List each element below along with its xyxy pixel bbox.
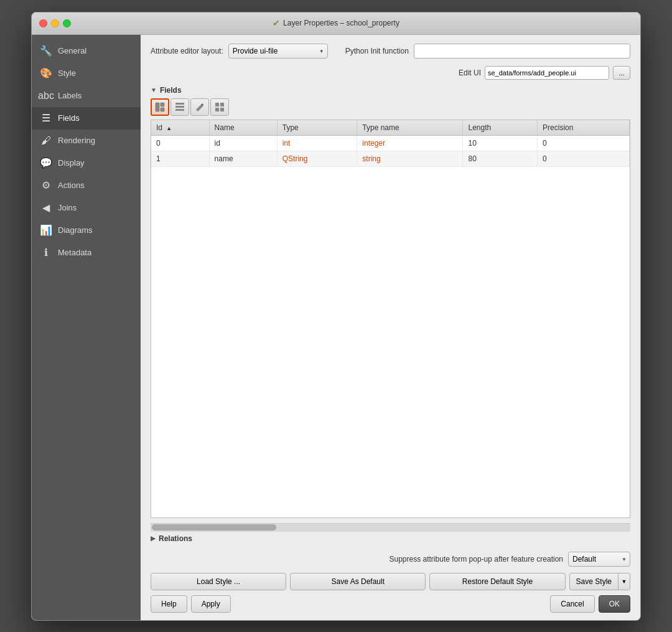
maximize-button[interactable]	[63, 19, 71, 27]
joins-icon: ◀	[39, 201, 53, 215]
save-style-button[interactable]: Save Style	[569, 573, 618, 590]
window-title: ✔ Layer Properties – school_property	[273, 18, 399, 28]
cell-id-1: 1	[151, 151, 209, 166]
cell-type-name-0: integer	[357, 135, 463, 151]
style-buttons: Load Style ... Save As Default Restore D…	[151, 573, 630, 590]
ok-button[interactable]: OK	[599, 595, 630, 613]
sidebar-item-fields[interactable]: ☰ Fields	[32, 107, 141, 130]
svg-rect-1	[161, 103, 164, 106]
general-icon: 🔧	[39, 44, 53, 58]
attribute-editor-select[interactable]: Provide ui-file Autogenerate Drag and dr…	[228, 44, 328, 59]
apply-button[interactable]: Apply	[191, 595, 231, 613]
attribute-editor-select-wrapper: Provide ui-file Autogenerate Drag and dr…	[228, 44, 328, 59]
sidebar-item-joins[interactable]: ◀ Joins	[32, 197, 141, 219]
col-header-precision[interactable]: Precision	[538, 120, 630, 136]
labels-icon: abc	[39, 89, 53, 103]
cell-id-0: 0	[151, 135, 209, 151]
help-button[interactable]: Help	[151, 595, 187, 613]
fields-collapse-icon[interactable]: ▼	[151, 87, 157, 93]
relations-collapse-icon[interactable]: ▶	[151, 535, 156, 542]
table-view-button[interactable]	[170, 98, 189, 116]
col-header-type-name[interactable]: Type name	[357, 120, 463, 136]
svg-rect-9	[220, 108, 224, 111]
cell-name-1: name	[209, 151, 277, 166]
edit-button[interactable]	[190, 98, 209, 116]
sidebar-item-rendering[interactable]: 🖌 Rendering	[32, 130, 141, 152]
svg-rect-5	[175, 109, 184, 111]
cell-length-1: 80	[463, 151, 538, 166]
actions-icon: ⚙	[39, 179, 53, 192]
configure-button[interactable]	[210, 98, 229, 116]
sidebar-item-labels[interactable]: abc Labels	[32, 85, 141, 107]
sidebar-item-style[interactable]: 🎨 Style	[32, 62, 141, 85]
cell-precision-0: 0	[538, 135, 630, 151]
restore-default-button[interactable]: Restore Default Style	[429, 573, 565, 590]
form-view-button[interactable]	[151, 98, 169, 116]
col-header-type[interactable]: Type	[277, 120, 357, 136]
minimize-button[interactable]	[51, 19, 59, 27]
metadata-icon: ℹ	[39, 246, 53, 260]
sidebar-item-display[interactable]: 💬 Display	[32, 152, 141, 174]
save-as-default-button[interactable]: Save As Default	[290, 573, 426, 590]
suppress-select-wrapper: Default Yes No	[568, 552, 630, 567]
sidebar-item-general[interactable]: 🔧 General	[32, 40, 141, 62]
suppress-row: Suppress attribute form pop-up after fea…	[151, 552, 630, 567]
col-header-id[interactable]: Id ▲	[151, 120, 209, 136]
table-row[interactable]: 1 name QString string 80 0	[151, 151, 630, 166]
cell-type-1: QString	[277, 151, 357, 166]
cancel-button[interactable]: Cancel	[550, 595, 594, 613]
action-buttons: Help Apply Cancel OK	[151, 595, 630, 613]
sidebar-item-actions[interactable]: ⚙ Actions	[32, 174, 141, 197]
save-style-dropdown-button[interactable]: ▼	[618, 573, 630, 590]
left-action-buttons: Help Apply	[151, 595, 231, 613]
fields-section-header: ▼ Fields	[151, 86, 630, 95]
relations-header[interactable]: ▶ Relations	[151, 532, 630, 545]
edit-ui-browse-button[interactable]: ...	[613, 66, 630, 80]
traffic-lights	[39, 19, 71, 27]
scrollbar-thumb[interactable]	[152, 524, 276, 531]
svg-rect-3	[175, 103, 184, 105]
style-icon: 🎨	[39, 67, 53, 80]
svg-rect-6	[215, 103, 219, 106]
edit-ui-label: Edit UI	[459, 68, 481, 77]
fields-toolbar	[151, 98, 630, 116]
col-header-name[interactable]: Name	[209, 120, 277, 136]
attribute-editor-bar: Attribute editor layout: Provide ui-file…	[151, 44, 630, 59]
table-row[interactable]: 0 id int integer 10 0	[151, 135, 630, 151]
edit-ui-row: Edit UI ...	[151, 66, 630, 80]
python-init-input[interactable]	[414, 44, 630, 59]
python-init-label: Python Init function	[345, 47, 409, 55]
suppress-select[interactable]: Default Yes No	[568, 552, 630, 567]
save-style-container: Save Style ▼	[569, 573, 630, 590]
fields-icon: ☰	[39, 111, 53, 125]
svg-rect-8	[215, 108, 219, 111]
cell-type-name-1: string	[357, 151, 463, 166]
fields-section: ▼ Fields	[151, 86, 630, 532]
sidebar-item-metadata[interactable]: ℹ Metadata	[32, 242, 141, 264]
horizontal-scrollbar[interactable]	[151, 523, 630, 532]
attribute-editor-label: Attribute editor layout:	[151, 47, 223, 55]
titlebar: ✔ Layer Properties – school_property	[32, 12, 640, 35]
svg-rect-4	[175, 106, 184, 108]
close-button[interactable]	[39, 19, 47, 27]
sidebar-item-diagrams[interactable]: 📊 Diagrams	[32, 219, 141, 242]
fields-table: Id ▲ Name Type Type name Length Precisio…	[151, 120, 630, 167]
svg-rect-0	[156, 103, 159, 111]
cell-precision-1: 0	[538, 151, 630, 166]
fields-table-wrapper[interactable]: Id ▲ Name Type Type name Length Precisio…	[151, 120, 630, 518]
load-style-button[interactable]: Load Style ...	[151, 573, 286, 590]
display-icon: 💬	[39, 156, 53, 170]
relations-section: ▶ Relations	[151, 532, 630, 545]
col-header-length[interactable]: Length	[463, 120, 538, 136]
cell-length-0: 10	[463, 135, 538, 151]
svg-rect-7	[220, 103, 224, 106]
rendering-icon: 🖌	[39, 134, 53, 148]
title-icon: ✔	[273, 18, 280, 28]
main-window: ✔ Layer Properties – school_property 🔧 G…	[31, 12, 641, 621]
diagrams-icon: 📊	[39, 224, 53, 237]
right-action-buttons: Cancel OK	[550, 595, 630, 613]
edit-ui-input[interactable]	[485, 66, 609, 80]
content-area: Attribute editor layout: Provide ui-file…	[141, 35, 640, 620]
sort-arrow-id: ▲	[166, 125, 172, 131]
sidebar: 🔧 General 🎨 Style abc Labels ☰ Fields 🖌 …	[32, 35, 141, 620]
